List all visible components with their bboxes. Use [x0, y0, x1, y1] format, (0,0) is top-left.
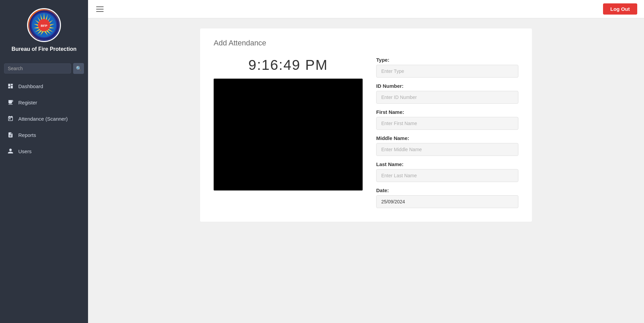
logo-circle: BFP: [27, 8, 61, 42]
clock-display: 9:16:49 PM: [249, 57, 328, 73]
sidebar-item-dashboard-label: Dashboard: [18, 83, 43, 89]
hamburger-line-2: [96, 9, 104, 9]
hamburger-line-3: [96, 11, 104, 12]
middle-name-group: Middle Name:: [376, 135, 518, 156]
sidebar-item-attendance-label: Attendance (Scanner): [18, 116, 68, 122]
sidebar-item-attendance[interactable]: Attendance (Scanner): [0, 110, 88, 127]
register-icon: [7, 99, 14, 106]
middle-name-label: Middle Name:: [376, 135, 518, 141]
type-input[interactable]: [376, 65, 518, 78]
camera-view: [214, 79, 363, 190]
logo-icon: BFP: [29, 10, 59, 40]
left-panel: 9:16:49 PM: [214, 57, 363, 190]
sidebar-item-dashboard[interactable]: Dashboard: [0, 78, 88, 94]
id-number-label: ID Number:: [376, 83, 518, 89]
card-title: Add Attendance: [214, 39, 518, 47]
right-panel: Type: ID Number: First Name: Middle Name…: [376, 57, 518, 208]
sidebar: BFP Bureau of Fire Protection 🔍 Dashboar…: [0, 0, 88, 323]
sidebar-item-register-label: Register: [18, 100, 37, 105]
dashboard-icon: [7, 82, 14, 90]
sidebar-org-name: Bureau of Fire Protection: [12, 46, 77, 52]
sidebar-item-users-label: Users: [18, 148, 31, 154]
first-name-group: First Name:: [376, 109, 518, 130]
top-bar: Log Out: [88, 0, 644, 18]
sidebar-item-reports[interactable]: Reports: [0, 127, 88, 143]
id-number-group: ID Number:: [376, 83, 518, 104]
sidebar-logo-area: BFP Bureau of Fire Protection: [0, 0, 88, 63]
first-name-label: First Name:: [376, 109, 518, 115]
reports-icon: [7, 131, 14, 139]
last-name-label: Last Name:: [376, 161, 518, 167]
sidebar-item-register[interactable]: Register: [0, 94, 88, 110]
search-area: 🔍: [0, 63, 88, 78]
sidebar-item-users[interactable]: Users: [0, 143, 88, 159]
search-icon: 🔍: [76, 66, 82, 71]
main-content: Add Attendance 9:16:49 PM Type: ID Numbe…: [88, 18, 644, 323]
sidebar-item-reports-label: Reports: [18, 132, 36, 138]
type-label: Type:: [376, 57, 518, 63]
date-group: Date:: [376, 187, 518, 208]
middle-name-input[interactable]: [376, 143, 518, 156]
attendance-card: Add Attendance 9:16:49 PM Type: ID Numbe…: [200, 28, 532, 222]
search-button[interactable]: 🔍: [73, 63, 84, 74]
type-group: Type:: [376, 57, 518, 78]
svg-text:BFP: BFP: [41, 24, 47, 27]
nav-menu: Dashboard Register Attendance (Scanner) …: [0, 78, 88, 163]
logout-button[interactable]: Log Out: [603, 3, 637, 15]
attendance-icon: [7, 115, 14, 122]
hamburger-button[interactable]: [95, 5, 105, 13]
users-icon: [7, 147, 14, 155]
hamburger-line-1: [96, 6, 104, 7]
main-wrapper: Log Out Add Attendance 9:16:49 PM Type:: [88, 0, 644, 323]
last-name-group: Last Name:: [376, 161, 518, 182]
first-name-input[interactable]: [376, 117, 518, 130]
date-input[interactable]: [376, 195, 518, 208]
card-body: 9:16:49 PM Type: ID Number: First Name:: [214, 57, 518, 208]
search-input[interactable]: [4, 63, 71, 74]
last-name-input[interactable]: [376, 169, 518, 182]
date-label: Date:: [376, 187, 518, 193]
id-number-input[interactable]: [376, 91, 518, 104]
